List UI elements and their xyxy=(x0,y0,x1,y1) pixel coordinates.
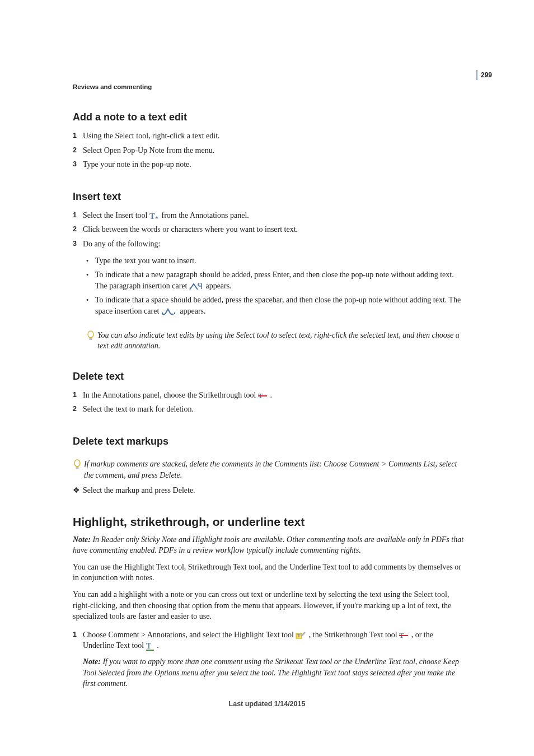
step-text: Click between the words or characters wh… xyxy=(83,224,465,235)
text-fragment: appears. xyxy=(180,307,205,315)
bullet-icon: • xyxy=(86,295,95,316)
svg-text:T: T xyxy=(149,212,155,221)
tip-text: You can also indicate text edits by usin… xyxy=(97,330,465,352)
bullet-text: To indicate that a space should be added… xyxy=(95,295,465,316)
step-text: Select the Insert tool T from the Annota… xyxy=(83,210,465,221)
step-number: 2 xyxy=(73,224,83,235)
svg-point-1 xyxy=(88,331,93,338)
page-content: Reviews and commenting Add a note to a t… xyxy=(73,83,465,695)
page-number: 299 xyxy=(476,70,492,80)
section-delete-markups: Delete text markups If markup comments a… xyxy=(73,436,465,496)
body-paragraph: You can add a highlight with a note or y… xyxy=(73,589,465,622)
step-text: Choose Comment > Annotations, and select… xyxy=(83,629,465,651)
svg-text:T: T xyxy=(297,633,301,638)
body-paragraph: You can use the Highlight Text tool, Str… xyxy=(73,562,465,584)
section-add-note: Add a note to a text edit 1Using the Sel… xyxy=(73,111,465,172)
note-text: If you want to apply more than one comme… xyxy=(83,657,459,688)
text-fragment: . xyxy=(270,391,273,399)
step-number: 2 xyxy=(73,404,83,415)
step-text: In the Annotations panel, choose the Str… xyxy=(83,390,465,401)
svg-text:T: T xyxy=(146,642,152,650)
svg-rect-6 xyxy=(76,466,79,469)
paragraph-caret-icon xyxy=(189,283,204,291)
text-fragment: To indicate that a space should be added… xyxy=(95,296,461,315)
heading-insert-text: Insert text xyxy=(73,191,465,203)
page-footer: Last updated 1/14/2015 xyxy=(0,700,534,708)
step-text: Do any of the following: xyxy=(83,239,465,250)
heading-delete-markups: Delete text markups xyxy=(73,436,465,447)
svg-rect-2 xyxy=(90,338,92,340)
text-fragment: from the Annotations panel. xyxy=(161,211,249,220)
step-number: 1 xyxy=(73,210,83,221)
step-number: 1 xyxy=(73,390,83,401)
text-fragment: Select the Insert tool xyxy=(83,211,149,220)
bullet-icon: • xyxy=(86,255,95,267)
action-text: Select the markup and press Delete. xyxy=(83,485,195,496)
section-insert-text: Insert text 1 Select the Insert tool T f… xyxy=(73,191,465,352)
bullet-icon: • xyxy=(86,269,95,291)
step-number: 1 xyxy=(73,629,83,651)
underline-text-tool-icon: T xyxy=(146,642,155,651)
tip-text: If markup comments are stacked, delete t… xyxy=(84,459,465,480)
text-fragment: In the Annotations panel, choose the Str… xyxy=(83,391,258,399)
space-caret-icon xyxy=(161,308,178,316)
note-label: Note: xyxy=(83,657,102,666)
bullet-text: Type the text you want to insert. xyxy=(95,255,465,267)
text-fragment: Choose Comment > Annotations, and select… xyxy=(83,631,296,639)
svg-point-5 xyxy=(74,460,80,466)
action-item: ❖ Select the markup and press Delete. xyxy=(73,485,465,496)
tip-delete-markups: If markup comments are stacked, delete t… xyxy=(73,459,465,480)
step-number: 3 xyxy=(73,239,83,250)
heading-highlight: Highlight, strikethrough, or underline t… xyxy=(73,515,465,529)
text-fragment: To indicate that a new paragraph should … xyxy=(95,270,454,290)
step-text: Type your note in the pop-up note. xyxy=(83,159,465,170)
step-text: Using the Select tool, right-click a tex… xyxy=(83,130,465,142)
section-highlight: Highlight, strikethrough, or underline t… xyxy=(73,515,465,689)
strikethrough-text-tool-icon: T xyxy=(399,632,409,640)
text-fragment: , the Strikethrough Text tool xyxy=(309,631,399,639)
insert-text-tool-icon: T xyxy=(149,212,160,221)
note-text: In Reader only Sticky Note and Highlight… xyxy=(73,535,463,555)
heading-add-note: Add a note to a text edit xyxy=(73,111,465,123)
heading-delete-text: Delete text xyxy=(73,371,465,382)
text-fragment: appears. xyxy=(205,282,231,290)
tip-insert-text: You can also indicate text edits by usin… xyxy=(86,330,465,352)
text-fragment: . xyxy=(157,641,159,650)
bullet-text: To indicate that a new paragraph should … xyxy=(95,269,465,291)
step-text: Select the text to mark for deletion. xyxy=(83,404,465,415)
diamond-bullet-icon: ❖ xyxy=(73,485,83,496)
note-label: Note: xyxy=(73,535,92,544)
section-delete-text: Delete text 1 In the Annotations panel, … xyxy=(73,371,465,417)
step-number: 3 xyxy=(73,159,83,170)
highlight-text-tool-icon: T xyxy=(296,631,307,640)
step-number: 1 xyxy=(73,130,83,142)
note-keep-selected: Note: If you want to apply more than one… xyxy=(83,656,465,689)
lightbulb-icon xyxy=(86,330,97,352)
running-head: Reviews and commenting xyxy=(73,83,465,90)
step-text: Select Open Pop-Up Note from the menu. xyxy=(83,145,465,156)
step-number: 2 xyxy=(73,145,83,156)
strikethrough-tool-icon: T xyxy=(258,392,268,400)
note-reader: Note: In Reader only Sticky Note and Hig… xyxy=(73,534,465,556)
lightbulb-icon xyxy=(73,459,84,480)
